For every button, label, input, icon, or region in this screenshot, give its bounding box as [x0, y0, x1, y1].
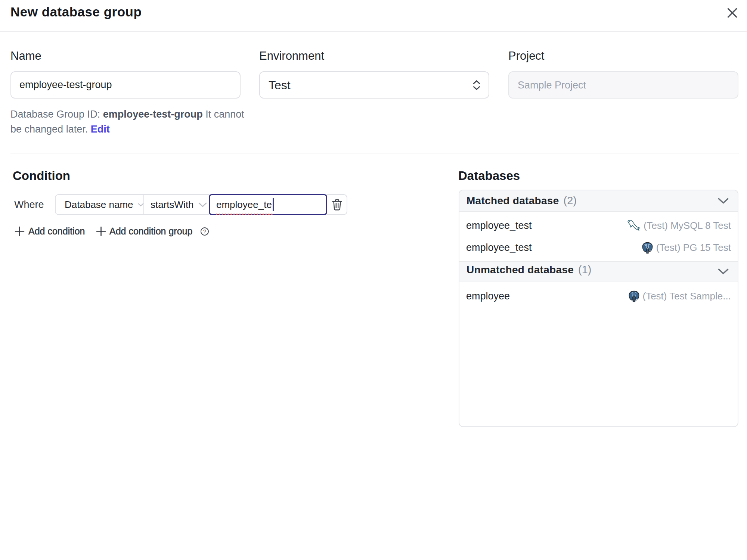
svg-text:?: ? [203, 228, 206, 234]
